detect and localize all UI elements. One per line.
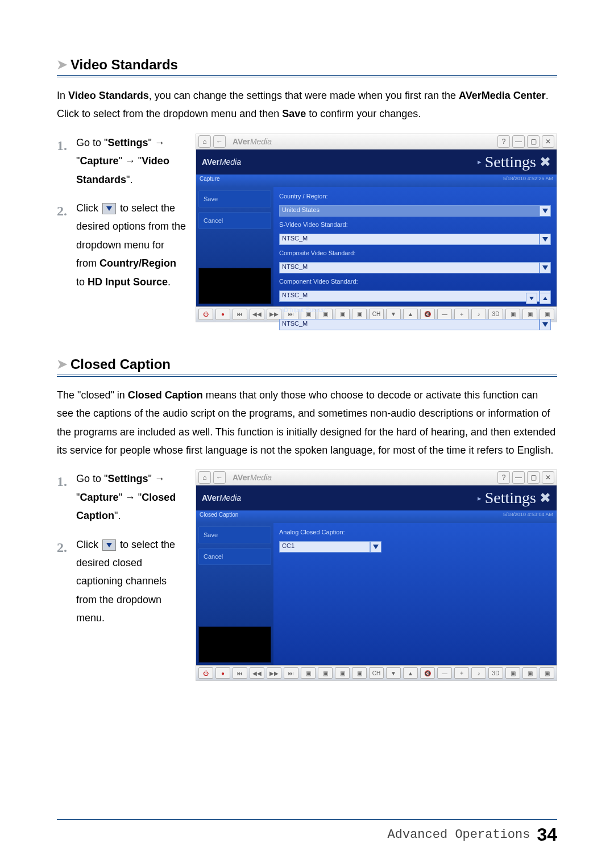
field-label: Composite Video Standard: <box>279 250 551 256</box>
intro-paragraph-vs: In Video Standards, you can change the s… <box>57 86 557 123</box>
chevron-right-icon: ➤ <box>57 358 67 371</box>
page-footer: Advanced Operations 34 <box>57 819 557 845</box>
banner-brand: AVerMedia <box>202 157 241 167</box>
screenshot-video-standards: ⌂ ← AVerAVerMediaMedia ? — ▢ ✕ AVerMedia… <box>196 134 557 322</box>
breadcrumb: Closed Caption 5/18/2010 4:53:04 AM <box>196 510 557 523</box>
rew-icon[interactable]: ◀◀ <box>250 667 264 679</box>
dropdown-value[interactable]: NTSC_M <box>279 234 540 245</box>
dropdown-value[interactable]: United States <box>279 205 540 217</box>
minimize-icon[interactable]: — <box>512 135 525 148</box>
dropdown-arrow-icon <box>102 539 116 551</box>
window-titlebar: ⌂ ← AVerAVerMediaMedia ? — ▢ ✕ <box>196 134 557 149</box>
rec4-icon[interactable]: ▣ <box>352 667 367 679</box>
section-heading: Closed Caption <box>70 356 171 372</box>
svg-marker-8 <box>106 543 112 547</box>
dropdown-arrow-icon[interactable] <box>540 205 551 217</box>
close-icon[interactable]: ✕ <box>542 471 554 484</box>
threeD1-icon[interactable]: ▣ <box>505 667 520 679</box>
dropdown-value[interactable]: CC1 <box>279 541 370 553</box>
timestamp: 5/18/2010 4:52:26 AM <box>503 176 553 186</box>
intro-paragraph-cc: The "closed" in Closed Caption means tha… <box>57 386 557 460</box>
dropdown-arrow-icon <box>102 203 116 214</box>
pager-label: 1 / 5 <box>279 295 290 301</box>
footer-label: Advanced Operations <box>388 828 530 842</box>
preview-thumbnail <box>198 268 271 304</box>
sidebar-item-save[interactable]: Save <box>198 190 271 207</box>
dropdown-arrow-icon[interactable] <box>540 234 551 245</box>
dropdown-arrow-icon[interactable] <box>540 262 551 273</box>
screenshot-closed-caption: ⌂ ← AVerMedia ? — ▢ ✕ AVerMedia ▸ Settin… <box>196 470 557 681</box>
power-icon[interactable]: ⏻ <box>198 309 213 320</box>
pager-up-icon[interactable] <box>540 293 551 304</box>
prev-icon[interactable]: ⏮ <box>233 309 247 320</box>
section-heading: Video Standards <box>70 57 178 73</box>
preview-thumbnail <box>198 626 271 663</box>
note-icon[interactable]: ♪ <box>471 667 486 679</box>
minimize-icon[interactable]: — <box>512 471 525 484</box>
window-brand: AVerMedia <box>233 473 272 482</box>
step-vs-1: Go to "Settings" → "Capture" → "Video St… <box>57 134 186 189</box>
rec3-icon[interactable]: ▣ <box>335 667 350 679</box>
rew-icon[interactable]: ◀◀ <box>250 309 264 320</box>
settings-banner: AVerMedia ▸ Settings ✖ <box>196 485 557 510</box>
chevron-right-icon: ▸ <box>478 494 482 502</box>
wrench-icon: ✖ <box>540 154 551 170</box>
maximize-icon[interactable]: ▢ <box>527 135 540 148</box>
help-icon[interactable]: ? <box>497 471 510 484</box>
sidebar-item-cancel[interactable]: Cancel <box>198 548 271 565</box>
svg-marker-9 <box>373 545 379 549</box>
dropdown-value[interactable]: NTSC_M <box>279 262 540 273</box>
close-icon[interactable]: ✕ <box>542 135 554 148</box>
rec1-icon[interactable]: ▣ <box>301 667 316 679</box>
field-label: HD Input Source: <box>279 306 551 313</box>
dropdown-arrow-icon[interactable] <box>370 541 381 553</box>
mute-icon[interactable]: 🔇 <box>420 667 435 679</box>
back-icon[interactable]: ← <box>213 471 226 484</box>
vol-up-icon[interactable]: ＋ <box>454 667 469 679</box>
threeD-label[interactable]: 3D <box>488 667 503 679</box>
sidebar-item-cancel[interactable]: Cancel <box>198 212 271 229</box>
dropdown-value[interactable]: NTSC_M <box>279 319 540 330</box>
threeD3-icon[interactable]: ▣ <box>540 667 554 679</box>
record-icon[interactable]: ● <box>215 667 230 679</box>
timestamp: 5/18/2010 4:53:04 AM <box>503 512 553 522</box>
step-cc-2: Click to select the desired closed capti… <box>57 535 186 628</box>
back-icon[interactable]: ← <box>213 135 226 148</box>
record-icon[interactable]: ● <box>215 309 230 320</box>
next-icon[interactable]: ⏭ <box>284 667 298 679</box>
ch-label[interactable]: CH <box>369 667 384 679</box>
home-icon[interactable]: ⌂ <box>198 471 211 484</box>
svg-marker-1 <box>542 209 548 213</box>
field-label: Country / Region: <box>279 193 551 200</box>
home-icon[interactable]: ⌂ <box>198 135 211 148</box>
svg-marker-2 <box>542 237 548 242</box>
ff-icon[interactable]: ▶▶ <box>267 667 281 679</box>
ch-up-icon[interactable]: ▲ <box>403 667 418 679</box>
help-icon[interactable]: ? <box>497 135 510 148</box>
settings-banner: AVerMedia ▸ Settings ✖ <box>196 149 557 175</box>
prev-icon[interactable]: ⏮ <box>233 667 247 679</box>
power-icon[interactable]: ⏻ <box>198 667 213 679</box>
banner-brand: AVerMedia <box>202 493 241 502</box>
banner-title: Settings <box>485 489 536 507</box>
svg-marker-5 <box>542 322 548 327</box>
rec2-icon[interactable]: ▣ <box>318 667 333 679</box>
step-vs-2: Click to select the desired options from… <box>57 199 186 291</box>
field-label: S-Video Video Standard: <box>279 221 551 228</box>
dropdown-arrow-icon[interactable] <box>540 319 551 330</box>
svg-marker-0 <box>106 206 112 211</box>
chevron-right-icon: ▸ <box>478 157 482 166</box>
settings-main-pane: Analog Closed Caption:CC1 <box>273 523 557 665</box>
maximize-icon[interactable]: ▢ <box>527 471 540 484</box>
banner-title: Settings <box>485 153 536 171</box>
window-titlebar: ⌂ ← AVerMedia ? — ▢ ✕ <box>196 470 557 485</box>
pager-down-icon[interactable] <box>526 293 537 304</box>
svg-marker-7 <box>543 297 547 300</box>
ch-down-icon[interactable]: ▼ <box>386 667 401 679</box>
vol-down-icon[interactable]: — <box>437 667 452 679</box>
threeD2-icon[interactable]: ▣ <box>522 667 537 679</box>
playbar: ⏻●⏮◀◀▶▶⏭▣▣▣▣CH▼▲🔇—＋♪3D▣▣▣ <box>196 665 557 680</box>
wrench-icon: ✖ <box>540 490 551 506</box>
sidebar-item-save[interactable]: Save <box>198 526 271 543</box>
breadcrumb-label: Closed Caption <box>200 512 238 522</box>
